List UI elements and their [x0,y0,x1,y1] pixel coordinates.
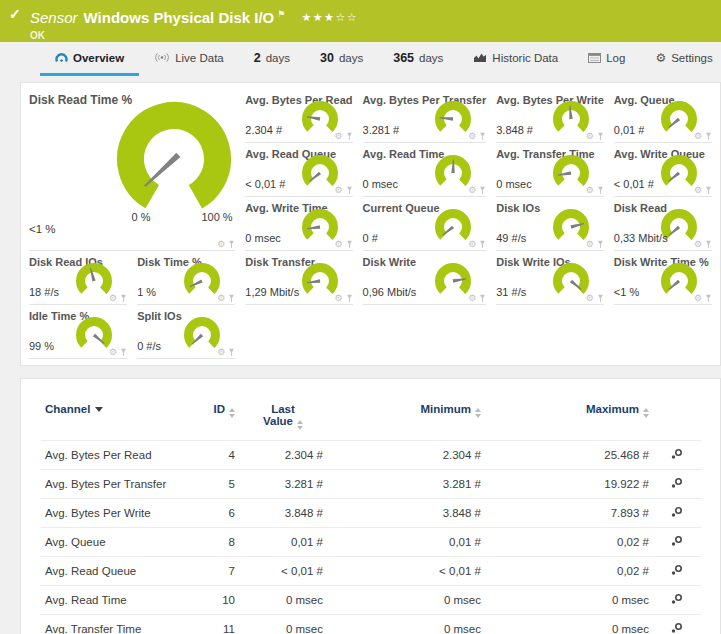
tab-log[interactable]: Log [573,42,640,76]
tab-label: Settings [671,52,713,64]
gauge-value: 0 msec [245,232,280,244]
gear-icon[interactable]: ⚙ [694,294,702,303]
pin-icon[interactable] [597,240,604,249]
gear-icon[interactable]: ⚙ [109,348,117,357]
gear-icon[interactable]: ⚙ [694,240,702,249]
pin-icon[interactable] [479,294,486,303]
cell-maximum: 7.893 # [485,498,653,527]
pin-icon[interactable] [346,132,353,141]
cell-id: 11 [191,614,239,634]
pin-icon[interactable] [597,294,604,303]
cell-maximum: 0,02 # [485,527,653,556]
gauge-tile: Disk Read 0,33 Mbit/s ⚙ [614,199,712,251]
column-header-channel[interactable]: Channel [41,395,191,440]
pin-icon[interactable] [346,294,353,303]
pin-icon[interactable] [479,186,486,195]
pin-icon[interactable] [120,294,127,303]
gear-icon[interactable]: ⚙ [694,186,702,195]
gauge-tile: Disk Write 0,96 Mbit/s ⚙ [363,253,487,305]
gauge-icon [55,52,68,63]
cell-id: 6 [191,498,239,527]
gear-icon: ⚙ [655,51,666,65]
column-header-minimum[interactable]: Minimum [327,395,485,440]
column-header-maximum[interactable]: Maximum [485,395,653,440]
tab-30-days[interactable]: 30 days [305,42,378,76]
tab-live-data[interactable]: Live Data [139,42,239,76]
channel-settings-icon[interactable] [670,593,684,605]
cell-last-value: < 0,01 # [239,556,327,585]
channel-settings-icon[interactable] [670,477,684,489]
gear-icon[interactable]: ⚙ [468,186,476,195]
gear-icon[interactable]: ⚙ [586,294,594,303]
pin-icon[interactable] [479,240,486,249]
column-header-last-value[interactable]: Last Value [239,395,327,440]
gear-icon[interactable]: ⚙ [217,240,225,249]
pin-icon[interactable] [346,240,353,249]
cell-channel: Avg. Read Time [41,585,191,614]
gear-icon[interactable]: ⚙ [468,294,476,303]
gear-icon[interactable]: ⚙ [109,294,117,303]
pin-icon[interactable] [346,186,353,195]
cell-channel: Avg. Queue [41,527,191,556]
cell-last-value: 3.281 # [239,469,327,498]
page-title: Windows Physical Disk I/O [84,9,275,26]
gear-icon[interactable]: ⚙ [334,186,342,195]
pin-icon[interactable] [228,294,235,303]
gauge-value: 0,01 # [614,124,645,136]
gauge-value: 0 #/s [137,340,161,352]
cell-channel: Avg. Bytes Per Read [41,440,191,469]
gear-icon[interactable]: ⚙ [586,132,594,141]
pin-icon[interactable] [705,294,712,303]
gear-icon[interactable]: ⚙ [217,294,225,303]
channel-settings-icon[interactable] [670,622,684,634]
channel-settings-icon[interactable] [670,506,684,518]
pin-icon[interactable] [228,240,235,249]
tab-bar: Overview Live Data 2 days 30 days 365 da… [0,42,721,76]
gear-icon[interactable]: ⚙ [586,240,594,249]
gauge-needle [143,153,181,189]
cell-minimum: 3.281 # [327,469,485,498]
pin-icon[interactable] [120,348,127,357]
cell-id: 7 [191,556,239,585]
gauge-tile: Avg. Write Time 0 msec ⚙ [245,199,352,251]
pin-icon[interactable] [705,240,712,249]
tab-historic-data[interactable]: Historic Data [458,42,573,76]
gauge-value: <1 % [29,223,56,235]
gauge-tile: Avg. Bytes Per Read 2.304 # ⚙ [245,91,352,143]
gear-icon[interactable]: ⚙ [334,240,342,249]
gauge-value: 99 % [29,340,54,352]
gauge-value: 0,96 Mbit/s [363,286,417,298]
gauge-value: 31 #/s [496,286,526,298]
channel-settings-icon[interactable] [670,535,684,547]
cell-minimum: 0 msec [327,585,485,614]
gauge-tile: Split IOs 0 #/s ⚙ [137,307,235,359]
gear-icon[interactable]: ⚙ [468,132,476,141]
pin-icon[interactable] [597,186,604,195]
gear-icon[interactable]: ⚙ [468,240,476,249]
sort-icon [643,408,649,418]
pin-icon[interactable] [597,132,604,141]
gear-icon[interactable]: ⚙ [334,132,342,141]
column-header-id[interactable]: ID [191,395,239,440]
tab-overview[interactable]: Overview [40,42,139,76]
gear-icon[interactable]: ⚙ [586,186,594,195]
gauge-tile: Disk Write IOs 31 #/s ⚙ [496,253,604,305]
gauges-panel: Disk Read Time % 0 % 100 % <1 % ⚙ Avg. B… [20,82,721,366]
channel-settings-icon[interactable] [670,564,684,576]
pin-icon[interactable] [228,348,235,357]
pin-icon[interactable] [479,132,486,141]
status-check-icon: ✓ [9,6,21,22]
flag-icon[interactable]: ⚑ [277,9,285,19]
gear-icon[interactable]: ⚙ [217,348,225,357]
pin-icon[interactable] [705,132,712,141]
tab-2-days[interactable]: 2 days [239,42,305,76]
priority-stars[interactable]: ★★★☆☆ [301,11,358,23]
tab-settings[interactable]: ⚙ Settings [640,42,721,76]
gauge-value: <1 % [614,286,639,298]
channel-settings-icon[interactable] [670,448,684,460]
gear-icon[interactable]: ⚙ [334,294,342,303]
gauge-tile: Disk Time % 1 % ⚙ [137,253,235,305]
pin-icon[interactable] [705,186,712,195]
tab-365-days[interactable]: 365 days [378,42,458,76]
gear-icon[interactable]: ⚙ [694,132,702,141]
